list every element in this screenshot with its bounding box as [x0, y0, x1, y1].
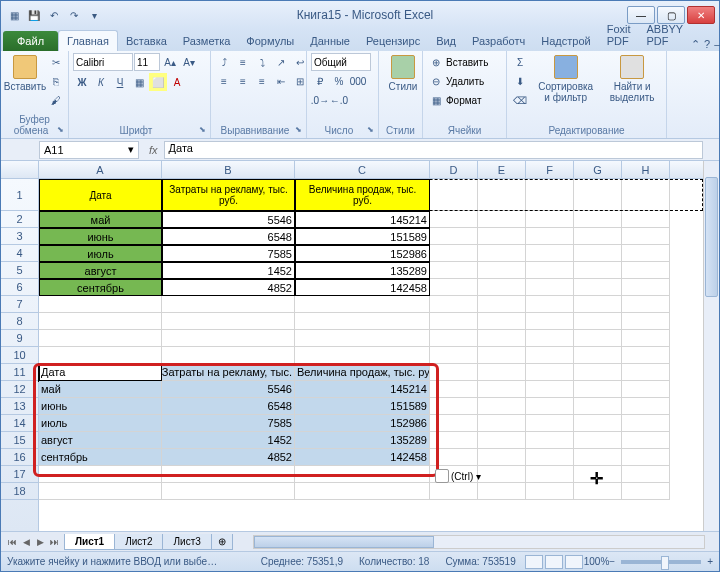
cut-icon[interactable]: ✂: [47, 53, 65, 71]
zoom-in-icon[interactable]: +: [707, 556, 713, 567]
col-header[interactable]: H: [622, 161, 670, 178]
cell[interactable]: июнь: [39, 398, 162, 415]
row-header[interactable]: 5: [1, 262, 38, 279]
grow-font-icon[interactable]: A▴: [161, 53, 179, 71]
align-top-icon[interactable]: ⤴: [215, 53, 233, 71]
fx-icon[interactable]: fx: [143, 144, 164, 156]
minimize-ribbon-icon[interactable]: ⌃: [691, 38, 700, 51]
cell[interactable]: 152986: [295, 415, 430, 432]
cell[interactable]: август: [39, 432, 162, 449]
font-size-select[interactable]: [134, 53, 160, 71]
cell[interactable]: июнь: [39, 228, 162, 245]
tab-foxit[interactable]: Foxit PDF: [599, 19, 639, 51]
col-header[interactable]: C: [295, 161, 430, 178]
row-header[interactable]: 17: [1, 466, 38, 483]
help-icon[interactable]: ?: [704, 38, 710, 51]
copy-icon[interactable]: ⎘: [47, 72, 65, 90]
delete-cells-button[interactable]: ⊖Удалить: [427, 72, 484, 90]
zoom-slider[interactable]: [621, 560, 701, 564]
tab-developer[interactable]: Разработч: [464, 31, 533, 51]
cell[interactable]: 151589: [295, 228, 430, 245]
indent-dec-icon[interactable]: ⇤: [272, 72, 290, 90]
scroll-thumb[interactable]: [705, 177, 718, 297]
cell[interactable]: 1452: [162, 262, 295, 279]
clipboard-launcher-icon[interactable]: ⬊: [57, 125, 64, 134]
row-header[interactable]: 9: [1, 330, 38, 347]
cell[interactable]: 1452: [162, 432, 295, 449]
last-sheet-icon[interactable]: ⏭: [47, 537, 61, 547]
cell[interactable]: июль: [39, 415, 162, 432]
cell[interactable]: Величина продаж, тыс. руб.: [295, 364, 430, 381]
tab-layout[interactable]: Разметка: [175, 31, 239, 51]
cell[interactable]: май: [39, 381, 162, 398]
vertical-scrollbar[interactable]: [703, 161, 719, 531]
orientation-icon[interactable]: ↗: [272, 53, 290, 71]
cell[interactable]: июль: [39, 245, 162, 262]
formula-input[interactable]: Дата: [164, 141, 703, 159]
border-icon[interactable]: ▦: [130, 73, 148, 91]
col-header[interactable]: F: [526, 161, 574, 178]
align-launcher-icon[interactable]: ⬊: [295, 125, 302, 134]
number-launcher-icon[interactable]: ⬊: [367, 125, 374, 134]
normal-view-icon[interactable]: [525, 555, 543, 569]
new-sheet-button[interactable]: ⊕: [211, 534, 233, 550]
cell[interactable]: 7585: [162, 415, 295, 432]
format-cells-button[interactable]: ▦Формат: [427, 91, 482, 109]
cell[interactable]: 142458: [295, 449, 430, 466]
row-header[interactable]: 1: [1, 179, 38, 211]
cell[interactable]: сентябрь: [39, 449, 162, 466]
page-layout-icon[interactable]: [545, 555, 563, 569]
undo-icon[interactable]: ↶: [45, 6, 63, 24]
bold-icon[interactable]: Ж: [73, 73, 91, 91]
cell[interactable]: 151589: [295, 398, 430, 415]
save-icon[interactable]: 💾: [25, 6, 43, 24]
clear-icon[interactable]: ⌫: [511, 91, 529, 109]
row-header[interactable]: 7: [1, 296, 38, 313]
row-header[interactable]: 8: [1, 313, 38, 330]
cell[interactable]: Затраты на рекламу, тыс.: [162, 364, 295, 381]
row-header[interactable]: 6: [1, 279, 38, 296]
align-right-icon[interactable]: ≡: [253, 72, 271, 90]
sheet-tab[interactable]: Лист1: [64, 534, 115, 550]
row-header[interactable]: 11: [1, 364, 38, 381]
cell[interactable]: 145214: [295, 211, 430, 228]
fill-color-icon[interactable]: ⬜: [149, 73, 167, 91]
sheet-tab[interactable]: Лист2: [114, 534, 163, 550]
row-header[interactable]: 18: [1, 483, 38, 500]
dec-decimal-icon[interactable]: ←.0: [330, 91, 348, 109]
row-header[interactable]: 14: [1, 415, 38, 432]
row-header[interactable]: 12: [1, 381, 38, 398]
row-header[interactable]: 15: [1, 432, 38, 449]
col-header[interactable]: A: [39, 161, 162, 178]
next-sheet-icon[interactable]: ▶: [33, 537, 47, 547]
zoom-out-icon[interactable]: −: [609, 556, 615, 567]
inc-decimal-icon[interactable]: .0→: [311, 91, 329, 109]
horizontal-scrollbar[interactable]: [253, 535, 705, 549]
prev-sheet-icon[interactable]: ◀: [19, 537, 33, 547]
cell[interactable]: 135289: [295, 262, 430, 279]
cell[interactable]: 135289: [295, 432, 430, 449]
tab-home[interactable]: Главная: [58, 30, 118, 51]
row-header[interactable]: 13: [1, 398, 38, 415]
cell[interactable]: май: [39, 211, 162, 228]
cell[interactable]: Дата: [39, 179, 162, 211]
col-header[interactable]: G: [574, 161, 622, 178]
row-header[interactable]: 16: [1, 449, 38, 466]
tab-addins[interactable]: Надстрой: [533, 31, 598, 51]
paste-button[interactable]: Вставить: [5, 53, 45, 94]
tab-data[interactable]: Данные: [302, 31, 358, 51]
font-color-icon[interactable]: A: [168, 73, 186, 91]
close-button[interactable]: ✕: [687, 6, 715, 24]
worksheet-grid[interactable]: A B C D E F G H 1 2 3 4 5 6 7 8 9 10 11 …: [1, 161, 719, 531]
row-header[interactable]: 2: [1, 211, 38, 228]
page-break-icon[interactable]: [565, 555, 583, 569]
autosum-icon[interactable]: Σ: [511, 53, 529, 71]
col-header[interactable]: B: [162, 161, 295, 178]
tab-abbyy[interactable]: ABBYY PDF: [639, 19, 692, 51]
format-painter-icon[interactable]: 🖌: [47, 91, 65, 109]
fill-icon[interactable]: ⬇: [511, 72, 529, 90]
select-all-corner[interactable]: [1, 161, 39, 179]
col-header[interactable]: D: [430, 161, 478, 178]
scroll-thumb[interactable]: [254, 536, 434, 548]
qat-dropdown-icon[interactable]: ▾: [85, 6, 103, 24]
